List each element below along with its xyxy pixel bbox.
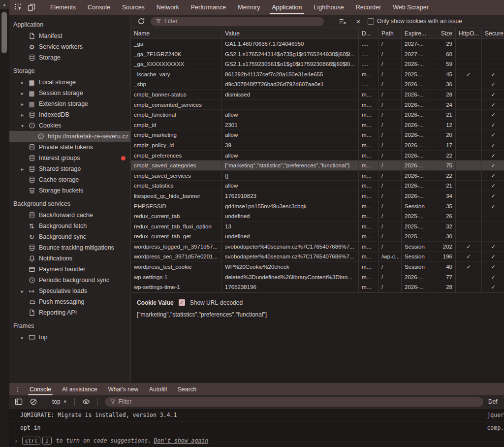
cookie-row-lscache-vary[interactable]: _lscache_vary861292b41137cef7c28a150e31e…: [131, 69, 504, 80]
inspect-element-icon[interactable]: [12, 1, 25, 13]
sidebar-item-storage-buckets[interactable]: Storage buckets: [9, 185, 130, 196]
clear-console-icon[interactable]: [27, 396, 40, 408]
sidebar-item-manifest[interactable]: Manifest: [9, 31, 130, 41]
cookie-row-cmplz-banner-status[interactable]: cmplz_banner-statusdismissedm.../2026-..…: [131, 90, 504, 100]
sidebar-item-interest-groups[interactable]: Interest groups: [9, 153, 130, 163]
chevron-right-icon[interactable]: ▸: [21, 91, 28, 96]
scrollbar-thumb[interactable]: [1, 12, 7, 53]
console-message-source[interactable]: jquer: [487, 412, 504, 418]
sidebar-item-push-messaging[interactable]: Push messaging: [9, 296, 130, 307]
column-header-size[interactable]: Size: [430, 28, 456, 38]
sidebar-item-reporting-api[interactable]: Reporting API: [9, 307, 130, 318]
cookie-row-wordpress-sec-3971d57e0201[interactable]: wordpress_sec_3971d57e0201...svobodapete…: [131, 252, 504, 262]
cookie-row-redux-current-tab-fluxi-option[interactable]: redux_current_tab_fluxi_option13m.../202…: [131, 222, 504, 232]
more-tabs-icon[interactable]: ⋮: [11, 383, 24, 395]
cookie-row-cmplz-marketing[interactable]: cmplz_marketingallowm.../2026-...20✓: [131, 130, 504, 140]
cookie-row-phpsessid[interactable]: PHPSESSIDgd4mse1pn155nv49u3esc3cbqkm.../…: [131, 201, 504, 212]
chevron-right-icon[interactable]: ▸: [21, 80, 28, 85]
sidebar-item-bounce-tracking-mitigations[interactable]: Bounce tracking mitigations: [9, 242, 130, 253]
url-decode-checkbox[interactable]: ✓: [179, 299, 185, 306]
chevron-right-icon[interactable]: ▸: [21, 288, 28, 294]
sidebar-item-shared-storage[interactable]: ▸Shared storage: [9, 163, 130, 174]
console-filter-input[interactable]: [119, 398, 478, 405]
clear-filter-icon[interactable]: [336, 15, 349, 27]
sidebar-item-indexeddb[interactable]: ▸IndexedDB: [9, 109, 130, 120]
tab-network[interactable]: Network: [151, 0, 185, 15]
tab-sources[interactable]: Sources: [116, 0, 151, 15]
issue-filter-checkbox[interactable]: [368, 18, 374, 25]
cookie-row-litespeed-qc-hide-banner[interactable]: litespeed_qc_hide_banner1762910823m.../2…: [131, 191, 504, 201]
cookie-row-cmplz-statistics[interactable]: cmplz_statisticsallowm.../2026-...21✓: [131, 181, 504, 191]
console-message-source[interactable]: comp.: [487, 424, 504, 431]
cookie-row-wp-settings-time-1[interactable]: wp-settings-time-11765238196m.../2026-..…: [131, 282, 504, 292]
sidebar-item-private-state-tokens[interactable]: Private state tokens: [9, 142, 130, 153]
cookie-row-redux-current-tab-get[interactable]: redux_current_tab_getundefinedm.../2025-…: [131, 231, 504, 242]
cookie-row-redux-current-tab[interactable]: redux_current_tabundefinedm.../2025-...2…: [131, 211, 504, 222]
sidebar-item-service-workers[interactable]: ⚙Service workers: [9, 41, 130, 52]
drawer-tab-console[interactable]: Console: [24, 383, 57, 395]
sidebar-item-cookies[interactable]: ▾Cookies: [9, 120, 130, 131]
sidebar-item-top[interactable]: ▸top: [9, 332, 130, 343]
drawer-tab-ai-assistance[interactable]: AI assistance: [57, 383, 102, 395]
column-header-httpo[interactable]: HttpO...: [456, 28, 482, 38]
cookie-row-wordpress-logged-in-3971d57[interactable]: wordpress_logged_in_3971d57...svobodapet…: [131, 242, 504, 252]
chevron-right-icon[interactable]: ▸: [21, 112, 28, 118]
drawer-tab-search[interactable]: Search: [172, 383, 202, 395]
tab-application[interactable]: Application: [266, 0, 308, 15]
close-icon[interactable]: ×: [352, 15, 365, 27]
cookie-filter-input[interactable]: [164, 18, 319, 25]
tab-console[interactable]: Console: [82, 0, 116, 15]
tab-recorder[interactable]: Recorder: [350, 0, 387, 15]
cookie-row-ga-7f1grz240k[interactable]: _ga_7F1GRZ240KGS2.1.s1765244314$o73$g1$t…: [131, 49, 504, 60]
cookie-row-sbp[interactable]: _sbpd9c307848f7726bad26d792d607aa0e1....…: [131, 79, 504, 90]
device-toolbar-icon[interactable]: [25, 1, 38, 13]
tab-lighthouse[interactable]: Lighthouse: [308, 0, 350, 15]
sidebar-item-background-fetch[interactable]: ⇅Background fetch: [9, 221, 130, 231]
cookie-row-cmplz-saved-categories[interactable]: cmplz_saved_categories["marketing","stat…: [131, 160, 504, 171]
page-scrollbar[interactable]: ▲: [0, 0, 9, 447]
column-header-value[interactable]: Value: [222, 28, 359, 38]
console-levels-dropdown[interactable]: Def: [488, 398, 501, 405]
refresh-icon[interactable]: [135, 15, 148, 27]
column-header-d[interactable]: D...: [359, 28, 378, 38]
column-header-path[interactable]: Path: [378, 28, 402, 38]
sidebar-item-local-storage[interactable]: ▸▦Local storage: [9, 77, 130, 88]
dont-show-again-link[interactable]: Don't show again: [154, 437, 208, 444]
tab-memory[interactable]: Memory: [232, 0, 266, 15]
cookie-row-ga[interactable]: _gaGA1.1.460706357.1724046950..../2027-.…: [131, 39, 504, 49]
chevron-right-icon[interactable]: ▸: [21, 101, 28, 107]
sidebar-item-notifications[interactable]: Notifications: [9, 253, 130, 264]
sidebar-item-https-marketak-ze-severu-cz[interactable]: https://marketak-ze-severu.cz: [9, 131, 130, 142]
chevron-right-icon[interactable]: ▸: [21, 335, 28, 340]
sidebar-item-cache-storage[interactable]: Cache storage: [9, 174, 130, 185]
cookie-row-cmplz-policy-id[interactable]: cmplz_policy_id39m.../2026-...17✓: [131, 140, 504, 151]
column-header-expire[interactable]: Expire...: [402, 28, 430, 38]
cookie-row-cmplz-functional[interactable]: cmplz_functionalallowm.../2026-...21✓: [131, 110, 504, 120]
sidebar-item-extension-storage[interactable]: ▸▦Extension storage: [9, 98, 130, 109]
tab-web-scraper[interactable]: Web Scraper: [387, 0, 435, 15]
cookie-row-wp-settings-1[interactable]: wp-settings-1deleted%3Dundefined%26libra…: [131, 272, 504, 283]
sidebar-item-storage[interactable]: Storage: [9, 52, 130, 63]
cookie-row-cmplz-preferences[interactable]: cmplz_preferencesallowm.../2026-...22✓: [131, 151, 504, 161]
cookie-row-ga-xxxxxxxxxx[interactable]: _ga_XXXXXXXXXXGS2.1.s1759230561$o1$g0$t1…: [131, 59, 504, 69]
sidebar-item-background-sync[interactable]: ↻Background sync: [9, 231, 130, 242]
console-context-selector[interactable]: top▼: [50, 398, 69, 405]
chevron-down-icon[interactable]: ▾: [21, 123, 28, 128]
sidebar-item-back-forward-cache[interactable]: Back/forward cache: [9, 210, 130, 221]
sidebar-item-session-storage[interactable]: ▸▦Session storage: [9, 88, 130, 98]
sidebar-item-payment-handler[interactable]: Payment handler: [9, 264, 130, 275]
sidebar-item-periodic-background-sync[interactable]: Periodic background sync: [9, 275, 130, 286]
cookie-row-cmplz-saved-services[interactable]: cmplz_saved_services{}m.../2026-...22✓: [131, 171, 504, 181]
column-header-name[interactable]: Name: [131, 28, 222, 38]
cookie-row-cmplz-id[interactable]: cmplz_id2301m.../2026-...12✓: [131, 120, 504, 130]
tab-elements[interactable]: Elements: [44, 0, 82, 15]
cookie-row-wordpress-test-cookie[interactable]: wordpress_test_cookieWP%20Cookie%20check…: [131, 262, 504, 272]
console-sidebar-icon[interactable]: [12, 396, 25, 408]
tab-performance[interactable]: Performance: [185, 0, 232, 15]
scroll-up-button[interactable]: ▲: [0, 0, 9, 9]
drawer-tab-autofill[interactable]: Autofill: [144, 383, 172, 395]
chevron-right-icon[interactable]: ▸: [21, 166, 28, 172]
column-header-secure[interactable]: Secure: [482, 28, 504, 38]
eye-icon[interactable]: [80, 396, 93, 408]
cookie-row-cmplz-consented-services[interactable]: cmplz_consented_servicesm.../2026-...24✓: [131, 100, 504, 110]
